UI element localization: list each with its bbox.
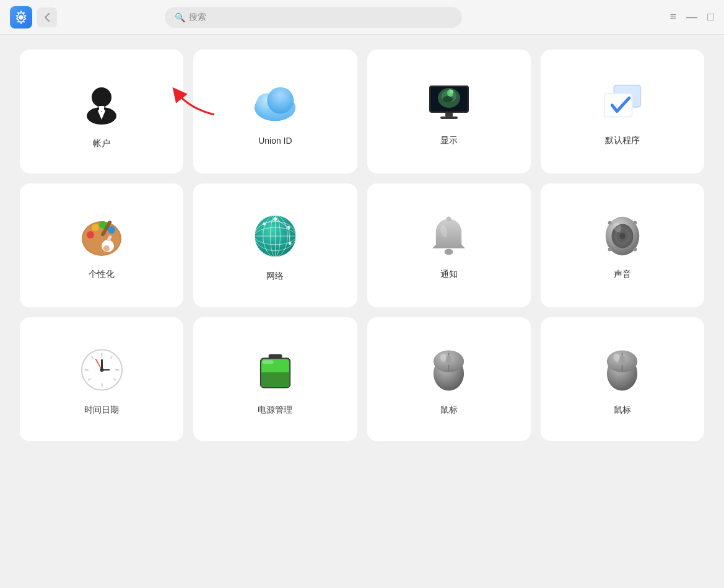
titlebar: 🔍 搜索 ≡ — □: [0, 0, 724, 35]
menu-icon[interactable]: ≡: [670, 11, 677, 24]
network-icon: [252, 213, 299, 260]
svg-rect-81: [261, 372, 289, 387]
svg-point-28: [87, 231, 94, 239]
time-date-label: 时间日期: [84, 405, 119, 416]
notification-icon: [429, 214, 469, 258]
notification-label: 通知: [440, 269, 458, 280]
titlebar-left: [10, 6, 57, 29]
minimize-icon[interactable]: —: [686, 11, 697, 24]
svg-point-4: [92, 87, 111, 107]
svg-point-0: [19, 15, 24, 19]
svg-rect-77: [269, 354, 282, 359]
sound-label: 声音: [614, 269, 631, 280]
default-programs-icon: [598, 81, 647, 124]
svg-point-59: [633, 221, 637, 225]
display-label: 显示: [440, 135, 458, 146]
svg-point-16: [443, 96, 453, 102]
mouse-2-label: 鼠标: [614, 405, 631, 416]
back-button[interactable]: [37, 7, 57, 27]
svg-point-60: [608, 247, 612, 251]
power-label: 电源管理: [258, 405, 292, 416]
card-default-programs[interactable]: 默认程序: [541, 50, 704, 173]
svg-point-58: [608, 221, 612, 225]
svg-point-75: [100, 368, 103, 372]
svg-rect-79: [263, 360, 274, 364]
account-label: 帐户: [93, 138, 110, 149]
personalization-icon: [77, 214, 126, 258]
card-time-date[interactable]: 时间日期: [20, 317, 183, 441]
svg-point-90: [619, 355, 626, 365]
card-power[interactable]: 电源管理: [193, 317, 357, 441]
settings-grid: 帐户: [20, 50, 704, 441]
card-display[interactable]: 显示: [367, 50, 531, 173]
svg-point-56: [619, 233, 626, 240]
default-programs-label: 默认程序: [605, 135, 640, 146]
mouse-1-icon: [429, 347, 469, 393]
svg-point-18: [450, 90, 453, 94]
union-id-label: Union ID: [258, 136, 292, 146]
svg-point-61: [633, 247, 637, 251]
card-sound[interactable]: 声音: [541, 183, 704, 307]
power-icon: [255, 347, 295, 393]
mouse-2-icon: [602, 347, 642, 393]
svg-rect-20: [440, 116, 458, 119]
svg-point-85: [446, 355, 452, 365]
network-label: 网络: [266, 271, 284, 282]
card-network[interactable]: 网络: [193, 183, 357, 307]
card-mouse-2[interactable]: 鼠标: [541, 317, 704, 441]
titlebar-controls: ≡ — □: [670, 11, 714, 24]
search-placeholder: 搜索: [189, 12, 206, 23]
card-account[interactable]: 帐户: [20, 50, 183, 173]
card-personalization[interactable]: 个性化: [20, 183, 183, 307]
card-notification[interactable]: 通知: [367, 183, 531, 307]
card-mouse-1[interactable]: 鼠标: [367, 317, 531, 441]
svg-point-51: [445, 249, 453, 255]
card-union-id[interactable]: Union ID: [193, 50, 357, 173]
svg-point-43: [273, 217, 277, 221]
time-date-icon: [79, 347, 125, 393]
svg-point-9: [268, 87, 294, 114]
main-content: 帐户: [0, 35, 724, 588]
search-icon: 🔍: [175, 12, 185, 22]
account-icon: [77, 77, 126, 127]
maximize-icon[interactable]: □: [707, 11, 714, 24]
search-bar[interactable]: 🔍 搜索: [165, 7, 462, 28]
personalization-label: 个性化: [89, 269, 115, 280]
svg-rect-5: [99, 106, 104, 111]
union-id-icon: [250, 81, 300, 125]
svg-rect-19: [445, 113, 453, 116]
sound-icon: [600, 214, 645, 258]
display-icon: [424, 81, 474, 124]
svg-point-50: [447, 216, 451, 221]
app-icon: [10, 6, 32, 29]
svg-point-29: [92, 224, 99, 231]
svg-point-34: [103, 245, 110, 252]
mouse-1-label: 鼠标: [440, 405, 458, 416]
